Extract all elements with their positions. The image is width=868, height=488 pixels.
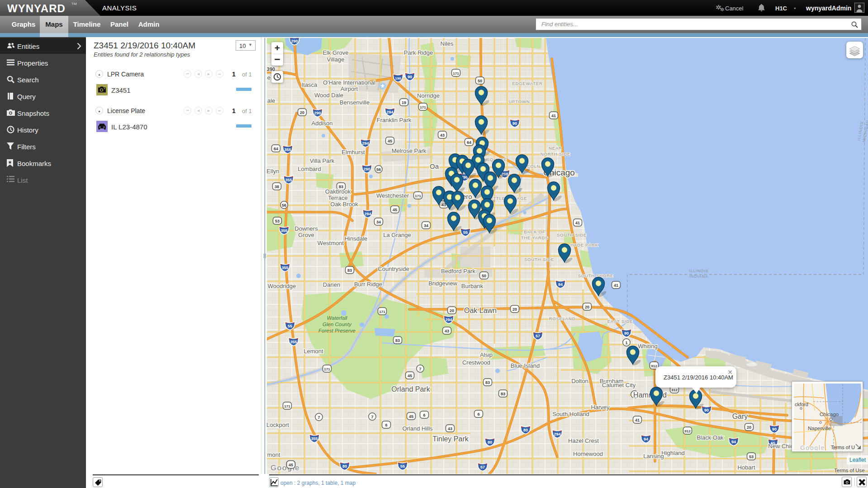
svg-text:SOUTH SHORE: SOUTH SHORE	[578, 273, 613, 278]
svg-text:Oak Lawn: Oak Lawn	[464, 307, 497, 314]
svg-text:Homewood: Homewood	[573, 450, 603, 457]
svg-text:HYDE PARK: HYDE PARK	[570, 242, 598, 247]
svg-text:43: 43	[448, 426, 452, 431]
svg-text:THE YARDS: THE YARDS	[521, 235, 549, 240]
svg-text:355: 355	[280, 228, 287, 233]
svg-text:NORTH SIDE: NORTH SIDE	[541, 152, 570, 156]
svg-text:94: 94	[731, 440, 736, 444]
svg-text:NEAR: NEAR	[549, 146, 562, 151]
svg-text:Lombard: Lombard	[298, 166, 321, 172]
svg-text:56: 56	[282, 203, 286, 208]
svg-text:Chicago: Chicago	[820, 412, 839, 417]
svg-text:EDGEWATER: EDGEWATER	[512, 81, 542, 86]
svg-text:83: 83	[485, 380, 490, 385]
svg-text:171: 171	[324, 367, 330, 371]
svg-text:airmont: airmont	[267, 451, 280, 458]
svg-text:34: 34	[376, 220, 381, 224]
svg-text:La Grange: La Grange	[383, 232, 411, 238]
svg-text:45: 45	[388, 139, 392, 143]
svg-text:171: 171	[284, 404, 290, 408]
svg-text:34: 34	[424, 223, 428, 228]
svg-text:90: 90	[704, 408, 709, 412]
svg-text:Norridge: Norridge	[417, 92, 440, 99]
svg-text:Franklin Park: Franklin Park	[377, 117, 412, 123]
svg-text:20: 20	[512, 307, 517, 312]
svg-text:Bensenville: Bensenville	[340, 99, 370, 106]
svg-text:294: 294	[364, 212, 371, 216]
svg-text:INDIANA: INDIANA	[689, 274, 708, 279]
svg-text:41: 41	[635, 418, 640, 422]
svg-text:Itasca: Itasca	[302, 81, 318, 88]
svg-text:Orland Park: Orland Park	[391, 385, 430, 393]
svg-text:83: 83	[347, 268, 352, 273]
svg-text:1: 1	[625, 341, 627, 345]
svg-text:Google: Google	[800, 444, 825, 450]
svg-text:Airport: Airport	[341, 85, 358, 92]
svg-text:Melrose Park: Melrose Park	[392, 147, 427, 154]
svg-text:83: 83	[395, 338, 400, 343]
svg-text:171: 171	[453, 71, 459, 76]
svg-text:Hinsdale: Hinsdale	[345, 235, 368, 242]
svg-text:294: 294	[386, 110, 393, 114]
svg-text:294: 294	[554, 432, 560, 436]
svg-text:171: 171	[415, 194, 421, 198]
svg-text:Woodridge: Woodridge	[268, 283, 296, 289]
svg-text:355: 355	[284, 147, 291, 152]
svg-text:Blue Island: Blue Island	[511, 362, 540, 369]
svg-text:Oa: Oa	[430, 162, 439, 170]
svg-text:Calumet City: Calumet City	[602, 382, 636, 389]
svg-text:50: 50	[482, 274, 486, 278]
svg-text:Oakbrook: Oakbrook	[325, 188, 351, 195]
svg-text:dale: dale	[267, 97, 275, 104]
svg-text:41: 41	[575, 221, 580, 225]
svg-text:UPTOWN: UPTOWN	[509, 99, 530, 104]
svg-text:Whiting: Whiting	[638, 343, 657, 350]
svg-text:90: 90	[408, 75, 412, 79]
svg-text:294: 294	[362, 141, 369, 146]
svg-text:Naperville: Naperville	[808, 426, 831, 431]
svg-text:80: 80	[488, 440, 492, 445]
svg-text:Crestwood: Crestwood	[462, 359, 490, 366]
svg-text:41: 41	[614, 283, 618, 288]
svg-text:20: 20	[585, 305, 589, 309]
svg-text:45: 45	[408, 374, 412, 378]
svg-text:20: 20	[747, 425, 751, 430]
svg-text:290: 290	[314, 111, 321, 115]
svg-text:Addison: Addison	[312, 120, 333, 127]
svg-text:Oak Brook: Oak Brook	[330, 201, 358, 208]
svg-text:SOUTH SIDE: SOUTH SIDE	[524, 257, 554, 262]
svg-text:94: 94	[558, 282, 563, 287]
svg-text:Glen County: Glen County	[323, 322, 352, 327]
svg-text:45: 45	[289, 463, 293, 467]
svg-text:57: 57	[536, 334, 540, 338]
svg-text:41: 41	[551, 114, 556, 118]
svg-text:Elmhurst: Elmhurst	[342, 149, 365, 156]
svg-text:Grove: Grove	[298, 232, 314, 238]
svg-text:20: 20	[450, 308, 454, 313]
svg-text:38: 38	[275, 185, 279, 189]
svg-text:le: le	[267, 74, 270, 81]
svg-text:Forest Preserve: Forest Preserve	[318, 328, 356, 333]
svg-text:Highland: Highland	[661, 450, 684, 456]
svg-text:7: 7	[419, 367, 421, 371]
svg-text:6: 6	[477, 412, 479, 417]
svg-text:20: 20	[300, 110, 304, 115]
svg-text:355: 355	[285, 178, 292, 182]
svg-text:355: 355	[281, 265, 288, 270]
svg-text:Orland Hills: Orland Hills	[402, 425, 433, 432]
svg-text:Bedford Park: Bedford Park	[441, 268, 475, 275]
svg-text:53: 53	[749, 455, 754, 459]
svg-text:912: 912	[684, 429, 691, 433]
svg-text:45: 45	[409, 414, 413, 419]
svg-text:290: 290	[363, 167, 370, 171]
svg-text:Elk Grove: Elk Grove	[323, 49, 348, 56]
svg-text:94: 94	[644, 437, 648, 441]
svg-text:55: 55	[288, 324, 292, 328]
svg-text:ILLINOIS: ILLINOIS	[689, 269, 709, 273]
svg-text:312: 312	[671, 388, 678, 392]
svg-text:EAST SIDE: EAST SIDE	[607, 319, 633, 324]
svg-text:7: 7	[371, 415, 373, 419]
svg-text:50: 50	[478, 79, 482, 83]
svg-text:Darien: Darien	[323, 281, 340, 288]
svg-text:83: 83	[501, 392, 505, 396]
